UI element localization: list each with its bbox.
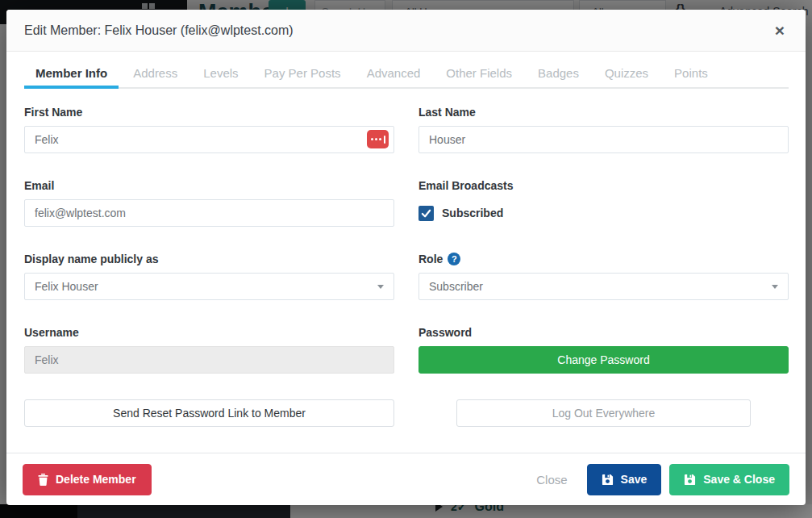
password-group: Password Change Password	[418, 326, 789, 374]
save-icon	[602, 474, 614, 486]
first-name-group: First Name	[24, 106, 394, 154]
save-button[interactable]: Save	[587, 464, 662, 495]
change-password-button[interactable]: Change Password	[418, 346, 789, 374]
modal-title: Edit Member: Felix Houser (felix@wlptest…	[24, 23, 294, 38]
send-reset-password-button[interactable]: Send Reset Password Link to Member	[24, 399, 394, 427]
display-name-group: Display name publicly as Felix Houser	[24, 253, 394, 301]
role-select[interactable]: Subscriber	[418, 273, 789, 300]
email-broadcasts-group: Email Broadcasts Subscribed	[418, 179, 789, 228]
check-icon	[421, 208, 431, 219]
save-icon	[684, 474, 696, 486]
chevron-down-icon	[377, 285, 384, 289]
first-name-input[interactable]	[24, 126, 394, 153]
tab-quizzes[interactable]: Quizzes	[593, 60, 660, 89]
last-name-label: Last Name	[418, 106, 789, 119]
display-name-label: Display name publicly as	[24, 253, 394, 265]
tab-other-fields[interactable]: Other Fields	[435, 60, 523, 89]
subscribed-checkbox[interactable]	[418, 206, 434, 221]
role-label: Role ?	[418, 253, 789, 265]
email-group: Email	[24, 179, 394, 228]
save-and-close-label: Save & Close	[703, 473, 775, 486]
logout-group: Log Out Everywhere	[418, 399, 789, 428]
help-icon[interactable]: ?	[448, 253, 460, 265]
display-name-value: Felix Houser	[35, 280, 98, 293]
last-name-group: Last Name	[418, 106, 789, 154]
username-input	[24, 346, 394, 374]
subscribed-label: Subscribed	[442, 207, 503, 219]
tab-member-info[interactable]: Member Info	[24, 60, 119, 89]
modal-footer: Delete Member Close Save	[6, 453, 806, 505]
tab-points[interactable]: Points	[663, 60, 719, 89]
send-reset-group: Send Reset Password Link to Member	[24, 399, 394, 428]
first-name-label: First Name	[24, 106, 394, 119]
tab-badges[interactable]: Badges	[527, 60, 590, 89]
username-label: Username	[24, 326, 394, 339]
password-label: Password	[418, 326, 789, 339]
role-value: Subscriber	[429, 280, 483, 293]
email-field[interactable]	[24, 199, 394, 227]
tab-bar: Member Info Address Levels Pay Per Posts…	[24, 60, 789, 89]
tab-advanced[interactable]: Advanced	[356, 60, 432, 89]
tab-levels[interactable]: Levels	[192, 60, 249, 89]
chevron-down-icon	[772, 285, 778, 289]
autofill-extension-icon[interactable]	[367, 130, 389, 148]
delete-member-button[interactable]: Delete Member	[23, 464, 152, 495]
member-info-form: First Name Last Name Email Email Broadca…	[6, 89, 806, 453]
tab-address[interactable]: Address	[122, 60, 189, 89]
trash-icon	[38, 474, 48, 486]
edit-member-modal: Edit Member: Felix Houser (felix@wlptest…	[6, 10, 806, 505]
last-name-input[interactable]	[418, 126, 789, 153]
role-group: Role ? Subscriber	[418, 253, 789, 301]
close-icon[interactable]: ×	[772, 20, 788, 40]
modal-header: Edit Member: Felix Houser (felix@wlptest…	[6, 10, 806, 52]
delete-member-label: Delete Member	[56, 473, 136, 486]
display-name-select[interactable]: Felix Houser	[24, 273, 394, 300]
email-label: Email	[24, 179, 394, 192]
save-label: Save	[621, 473, 648, 486]
email-broadcasts-label: Email Broadcasts	[418, 179, 789, 192]
tab-pay-per-posts[interactable]: Pay Per Posts	[253, 60, 352, 89]
logout-everywhere-button[interactable]: Log Out Everywhere	[456, 399, 751, 427]
save-and-close-button[interactable]: Save & Close	[669, 464, 789, 495]
close-button[interactable]: Close	[536, 473, 567, 487]
username-group: Username	[24, 326, 394, 374]
